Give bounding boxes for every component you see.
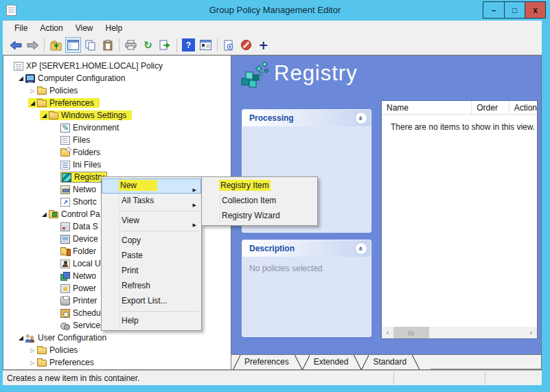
tabstrip-line (431, 369, 541, 369)
maximize-button[interactable]: □ (504, 2, 525, 18)
menu-item-print[interactable]: Print (102, 264, 201, 279)
column-order[interactable]: Order (472, 101, 509, 114)
copy-icon[interactable] (82, 37, 98, 53)
tab-preferences[interactable]: Preferences (240, 355, 295, 369)
properties-icon[interactable] (198, 37, 214, 53)
new-submenu: Registry Item Collection Item Registry W… (201, 176, 318, 226)
tree-item-ini-files[interactable]: Ini Files (51, 159, 231, 171)
window-title: Group Policy Management Editor (0, 5, 550, 15)
scroll-left-icon[interactable]: ‹ (382, 327, 393, 338)
menu-view[interactable]: View (69, 22, 100, 34)
menu-file[interactable]: File (8, 22, 34, 34)
tree-item-preferences[interactable]: ◢ Preferences (28, 97, 231, 109)
expanded-arrow-icon[interactable]: ◢ (40, 211, 49, 218)
tab-edge (361, 355, 369, 370)
environment-icon (60, 124, 70, 132)
collapse-chevron-icon[interactable]: « (355, 112, 367, 124)
expanded-arrow-icon[interactable]: ◢ (28, 100, 37, 106)
services-icon (60, 321, 70, 330)
show-hide-console-tree-icon[interactable] (65, 37, 81, 53)
tree-item-user-configuration[interactable]: ◢ User Configuration (16, 332, 231, 344)
menu-help[interactable]: Help (100, 22, 129, 34)
menu-item-export-list[interactable]: Export List... (102, 294, 201, 309)
menu-item-registry-item[interactable]: Registry Item (202, 178, 317, 194)
collapsed-arrow-icon[interactable]: ▷ (28, 347, 37, 354)
tree-item-folders[interactable]: Folders (51, 146, 231, 159)
tree-item-policies[interactable]: ▷ Policies (28, 84, 231, 97)
toolbar: ↻ ? + (3, 36, 542, 55)
collapsed-arrow-icon[interactable]: ▷ (28, 360, 37, 366)
menu-item-collection-item[interactable]: Collection Item (202, 194, 317, 209)
empty-list-message: There are no items to show in this view. (382, 115, 537, 132)
new-document-icon[interactable] (221, 37, 237, 53)
registry-banner-icon (240, 60, 271, 93)
column-name[interactable]: Name (382, 101, 472, 114)
yellow-highlight: New (119, 180, 157, 191)
forward-icon[interactable] (25, 37, 41, 53)
tree-item-user-preferences[interactable]: ▷ Preferences (28, 356, 231, 369)
back-icon[interactable] (8, 37, 23, 53)
menu-item-new[interactable]: New ▶ (102, 178, 201, 194)
menu-item-paste[interactable]: Paste (102, 249, 201, 264)
close-button[interactable]: x (525, 2, 545, 18)
expanded-arrow-icon[interactable]: ◢ (16, 334, 25, 341)
menu-separator (122, 231, 199, 231)
export-list-icon[interactable] (157, 37, 173, 53)
menu-item-copy[interactable]: Copy (102, 233, 201, 249)
help-icon[interactable]: ? (182, 38, 195, 51)
collapsed-arrow-icon[interactable]: ▷ (28, 88, 37, 94)
taskpad-title: Registry (274, 61, 358, 86)
description-panel-header: Description « (242, 240, 371, 257)
menu-item-registry-wizard[interactable]: Registry Wizard (202, 209, 317, 224)
tree-item-computer-configuration[interactable]: ◢ Computer Configuration (16, 72, 231, 84)
status-bar: Creates a new item in this container. (3, 370, 542, 385)
up-one-level-icon[interactable] (48, 37, 64, 53)
block-icon[interactable] (238, 37, 254, 53)
items-list-view: Name Order Action There are no items to … (381, 100, 538, 339)
scrollbar-thumb[interactable]: ||| (393, 327, 429, 338)
tree-item-user-policies[interactable]: ▷ Policies (28, 344, 231, 356)
status-separator (393, 371, 394, 384)
window-controls: – □ x (483, 1, 546, 19)
menu-item-help[interactable]: Help (102, 314, 201, 329)
gpme-window: Group Policy Management Editor – □ x Fil… (0, 0, 550, 392)
minimize-button[interactable]: – (483, 2, 504, 18)
print-icon[interactable] (123, 37, 139, 53)
tree-item-policy-root[interactable]: XP [SERVER1.HOME.LOCAL] Policy (5, 60, 231, 72)
tab-extended[interactable]: Extended (310, 355, 354, 369)
printers-icon (60, 297, 70, 305)
add-icon[interactable]: + (255, 37, 271, 53)
registry-icon (62, 173, 71, 182)
expanded-arrow-icon[interactable]: ◢ (40, 112, 49, 119)
refresh-icon[interactable]: ↻ (140, 37, 156, 53)
menu-action[interactable]: Action (34, 22, 69, 34)
horizontal-scrollbar[interactable]: ‹ ||| › (382, 327, 537, 338)
menu-item-refresh[interactable]: Refresh (102, 279, 201, 294)
folder-icon (37, 100, 47, 107)
description-panel: Description « No policies selected (242, 240, 371, 337)
menu-item-view[interactable]: View ▶ (102, 214, 201, 229)
tree-item-files[interactable]: Files (51, 134, 231, 146)
network-options-icon (60, 272, 70, 281)
submenu-arrow-icon: ▶ (193, 218, 196, 233)
status-separator (485, 371, 485, 384)
control-panel-icon (49, 211, 58, 218)
paste-icon[interactable] (100, 37, 115, 53)
power-options-icon (60, 284, 70, 293)
scroll-right-icon[interactable]: › (525, 327, 537, 338)
expanded-arrow-icon[interactable]: ◢ (16, 75, 25, 82)
folder-options-icon (60, 249, 70, 255)
tab-edge (412, 355, 420, 370)
submenu-arrow-icon: ▶ (193, 198, 196, 213)
tab-edge (233, 355, 240, 370)
menu-item-all-tasks[interactable]: All Tasks ▶ (102, 194, 201, 209)
column-action[interactable]: Action (509, 101, 537, 114)
tree-item-windows-settings[interactable]: ◢ Windows Settings (40, 109, 231, 122)
local-users-icon (60, 260, 70, 268)
shortcuts-icon (60, 198, 70, 207)
tab-standard[interactable]: Standard (369, 355, 412, 369)
folder-icon (49, 113, 58, 119)
tree-item-environment[interactable]: Environment (51, 122, 231, 134)
collapse-chevron-icon[interactable]: « (355, 242, 367, 255)
ini-files-icon (60, 161, 70, 170)
